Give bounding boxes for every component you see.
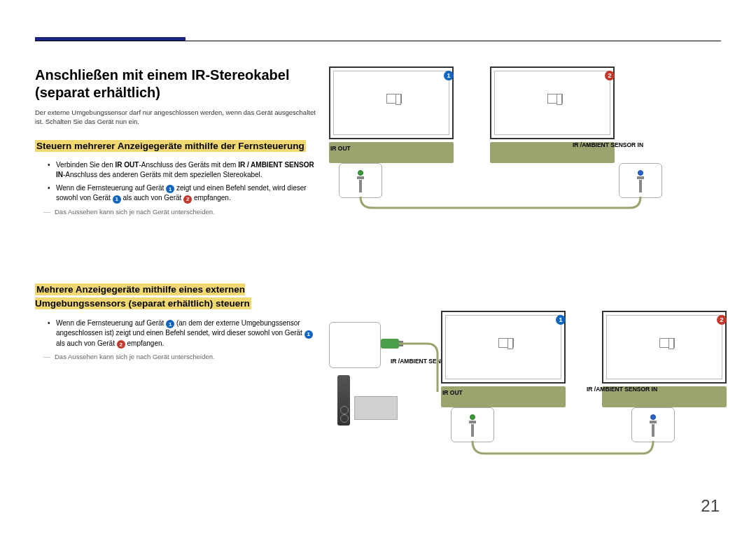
text: als auch von Gerät [121, 194, 184, 202]
section1-note: Das Aussehen kann sich je nach Gerät unt… [48, 208, 318, 216]
badge-2-icon: 2 [117, 340, 125, 349]
section1-bullet1: Verbinden Sie den IR OUT-Anschluss des G… [48, 160, 318, 180]
badge-1-icon: 1 [166, 185, 174, 193]
page-title: Anschließen mit einem IR-Stereokabel (se… [35, 66, 318, 101]
right-column: 1 IR OUT 2 IR /AMBIENT SENSOR IN IR /AMB… [329, 66, 728, 483]
text: empfangen. [125, 339, 164, 347]
section1-heading-wrap: Steuern mehrerer Anzeigegeräte mithilfe … [35, 139, 318, 153]
cables-2-icon [329, 322, 735, 483]
header-rule [35, 41, 721, 41]
text: Verbinden Sie den [56, 161, 115, 169]
text: -Anschluss des anderen Geräts mit dem sp… [63, 171, 262, 178]
page-container: Anschließen mit einem IR-Stereokabel (se… [0, 0, 756, 534]
badge-1-icon: 1 [304, 330, 313, 339]
section2-list: Wenn die Fernsteuerung auf Gerät 1 (an d… [48, 318, 318, 349]
header-accent-bar [35, 28, 186, 41]
diagram-2: IR /AMBIENT SENSOR IN 1 IR OUT 2 IR /AMB… [329, 322, 728, 483]
badge-1-icon: 1 [113, 195, 121, 204]
text: -Anschluss des Geräts mit dem [139, 161, 238, 169]
section2-bullet1: Wenn die Fernsteuerung auf Gerät 1 (an d… [48, 318, 318, 349]
section2-note: Das Aussehen kann sich je nach Gerät unt… [48, 353, 318, 360]
section2-heading-wrap: Mehrere Anzeigegeräte mithilfe eines ext… [35, 283, 318, 311]
section1-bullet2: Wenn die Fernsteuerung auf Gerät 1 zeigt… [48, 183, 318, 204]
text: als auch von Gerät [56, 339, 117, 347]
text: Wenn die Fernsteuerung auf Gerät [56, 184, 166, 192]
section1-list: Verbinden Sie den IR OUT-Anschluss des G… [48, 160, 318, 204]
page-number: 21 [701, 496, 720, 516]
section2-heading: Mehrere Anzeigegeräte mithilfe eines ext… [35, 283, 251, 309]
section1-heading: Steuern mehrerer Anzeigegeräte mithilfe … [35, 140, 306, 152]
left-column: Anschließen mit einem IR-Stereokabel (se… [35, 66, 318, 380]
badge-2-icon: 2 [183, 195, 192, 204]
text: Wenn die Fernsteuerung auf Gerät [56, 319, 166, 327]
text: empfangen. [192, 194, 231, 202]
diagram-1: 1 IR OUT 2 IR /AMBIENT SENSOR IN [329, 66, 728, 217]
spacer [35, 235, 318, 283]
bold: IR OUT [115, 161, 139, 169]
intro-text: Der externe Umgebungssensor darf nur ang… [35, 108, 318, 127]
cable-1-icon [329, 66, 728, 217]
badge-1-icon: 1 [166, 320, 174, 328]
